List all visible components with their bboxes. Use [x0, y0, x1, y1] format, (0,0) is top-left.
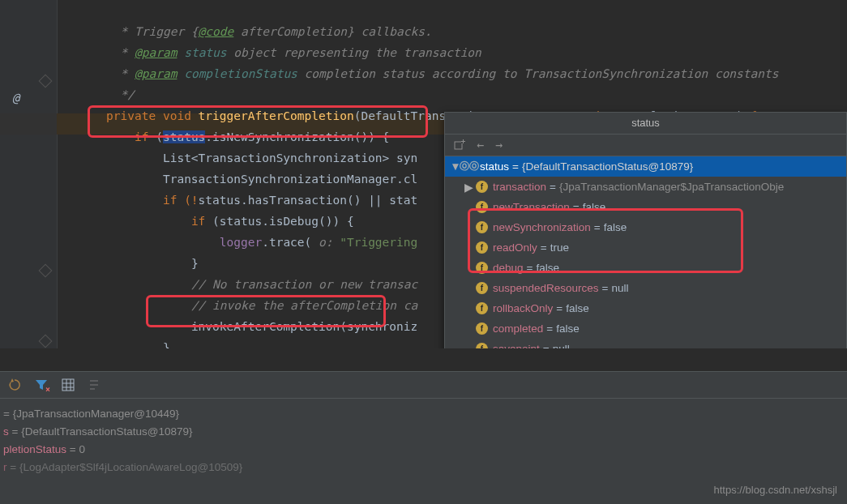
debug-value-popup[interactable]: status ← → ▼ ⓞⓞ status = {DefaultTransac… — [444, 112, 847, 348]
var-row[interactable]: f readOnly=true — [445, 237, 846, 258]
field-icon: f — [476, 282, 488, 294]
field-icon: f — [476, 241, 488, 254]
back-icon[interactable]: ← — [477, 138, 484, 152]
field-icon: f — [476, 221, 488, 233]
var-row[interactable]: f newSynchronization=false — [445, 217, 846, 237]
var-row[interactable]: f completed=false — [445, 318, 846, 339]
field-icon: f — [476, 262, 488, 274]
forward-icon[interactable]: → — [495, 138, 503, 152]
filter-icon[interactable]: × — [34, 378, 49, 392]
field-icon: f — [476, 343, 488, 348]
var-row-transaction[interactable]: ▶ f transaction={JpaTransactionManager$J… — [445, 177, 846, 197]
field-icon: f — [476, 181, 488, 193]
field-icon: f — [476, 322, 488, 335]
var-row[interactable]: f debug=false — [445, 258, 846, 278]
var-row[interactable]: f suspendedResources=null — [445, 278, 846, 298]
table-view-icon[interactable] — [62, 378, 75, 391]
svg-rect-2 — [62, 379, 74, 391]
gutter-annotation-at: @ — [12, 91, 19, 105]
var-row[interactable]: f rollbackOnly=false — [445, 298, 846, 318]
var-row-root[interactable]: ▼ ⓞⓞ status = {DefaultTransactionStatus@… — [445, 156, 846, 177]
svg-rect-0 — [455, 142, 462, 149]
popup-variables[interactable]: ▼ ⓞⓞ status = {DefaultTransactionStatus@… — [445, 156, 846, 348]
popup-toolbar: ← → — [445, 135, 846, 156]
chevron-right-icon[interactable]: ▶ — [463, 181, 474, 194]
editor-gutter: @ ♥ — [0, 0, 58, 348]
debugger-toolbar: × — [0, 372, 847, 399]
field-icon: f — [476, 201, 488, 213]
frame-variables[interactable]: = {JpaTransactionManager@10449} s = {Def… — [0, 399, 847, 476]
watermark-text: https://blog.csdn.net/xshsjl — [714, 484, 837, 496]
code-editor[interactable]: @ ♥ * Trigger {@code afterCompletion} ca… — [0, 0, 847, 348]
object-icon: ⓞⓞ — [463, 160, 475, 173]
restart-icon[interactable] — [8, 378, 21, 391]
new-watch-icon[interactable] — [453, 139, 465, 152]
popup-title: status — [445, 113, 846, 135]
evaluate-icon[interactable] — [88, 378, 101, 391]
var-row[interactable]: f newTransaction=false — [445, 197, 846, 217]
var-row[interactable]: f savepoint=null — [445, 339, 846, 348]
field-icon: f — [476, 302, 488, 314]
